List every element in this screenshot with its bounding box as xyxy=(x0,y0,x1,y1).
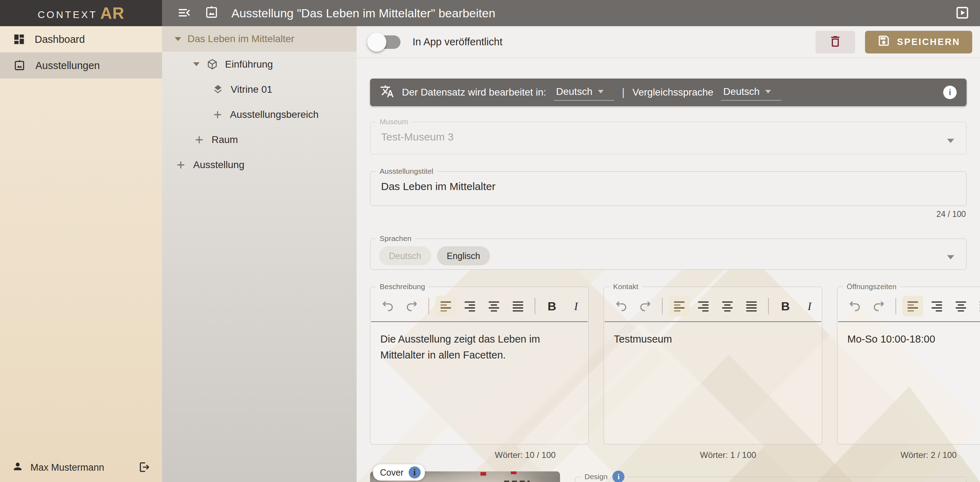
editor-toolbar: B I xyxy=(604,291,822,321)
italic-button[interactable]: I xyxy=(566,296,586,317)
word-counters: Wörter: 10 / 100 Wörter: 1 / 100 Wörter:… xyxy=(370,450,957,460)
sidebar-item-ausstellungen[interactable]: Ausstellungen xyxy=(0,52,162,79)
toggle-thumb xyxy=(367,33,387,52)
align-center-button[interactable] xyxy=(484,296,504,317)
info-icon[interactable]: i xyxy=(409,466,421,479)
compare-language-select[interactable]: Deutsch xyxy=(721,84,781,100)
align-left-button[interactable] xyxy=(669,296,689,317)
published-toggle[interactable] xyxy=(370,35,401,49)
page-title: Ausstellung "Das Leben im Mittelalter" b… xyxy=(231,6,942,20)
cover-label: Cover xyxy=(380,468,404,478)
translate-icon xyxy=(380,84,394,101)
exhibitions-icon xyxy=(13,59,26,72)
tree-item-label: Einführung xyxy=(225,59,273,70)
logo: context AR xyxy=(0,0,162,26)
oeffnungszeiten-editor: Öffnungszeiten B I Mo-So 10:0 xyxy=(837,282,980,444)
align-left-button[interactable] xyxy=(902,296,923,317)
kontakt-text[interactable]: Testmuseum xyxy=(604,322,822,444)
oeffnungszeiten-text[interactable]: Mo-So 10:00-18:00 xyxy=(837,322,980,444)
title-char-counter: 24 / 100 xyxy=(370,210,967,220)
tree-item-add-raum[interactable]: Raum xyxy=(162,127,356,152)
design-label: Design xyxy=(584,472,608,481)
exhibition-title-field[interactable]: Ausstellungstitel Das Leben im Mittelalt… xyxy=(370,167,967,206)
plus-icon xyxy=(175,159,187,171)
tree-item-add-ausstellung[interactable]: Ausstellung xyxy=(162,152,356,177)
align-right-button[interactable] xyxy=(693,296,714,317)
sidebar-item-dashboard[interactable]: Dashboard xyxy=(0,26,162,52)
chevron-down-icon[interactable] xyxy=(193,62,199,66)
museum-value: Test-Museum 3 xyxy=(371,126,966,143)
exhibition-title-value[interactable]: Das Leben im Mittelalter xyxy=(371,175,966,192)
museum-label: Museum xyxy=(380,118,408,126)
save-label: SPEICHERN xyxy=(897,37,960,48)
align-justify-button[interactable] xyxy=(741,296,762,317)
kontakt-word-counter: Wörter: 1 / 100 xyxy=(571,450,756,460)
toolbar-divider xyxy=(428,298,429,314)
align-left-button[interactable] xyxy=(436,296,456,317)
sidebar-item-label: Dashboard xyxy=(35,33,85,45)
bottom-row: Cover i De xyxy=(370,466,967,482)
languages-label: Sprachen xyxy=(380,234,412,242)
preview-button[interactable] xyxy=(955,5,970,22)
editor-toolbar: B I xyxy=(371,291,589,321)
cube-icon xyxy=(206,58,219,71)
info-icon[interactable]: i xyxy=(612,471,624,482)
tree-item-add-ausstellungsbereich[interactable]: Ausstellungsbereich xyxy=(162,102,356,127)
redo-button[interactable] xyxy=(402,296,422,317)
sidebar: Dashboard Ausstellungen Max Mustermann xyxy=(0,26,162,482)
align-justify-button[interactable] xyxy=(508,296,528,317)
undo-button[interactable] xyxy=(845,296,865,317)
tree-item-label: Ausstellung xyxy=(193,159,245,170)
info-icon[interactable]: i xyxy=(943,86,957,99)
redo-button[interactable] xyxy=(635,296,655,317)
language-chip-englisch[interactable]: Englisch xyxy=(437,246,490,266)
user-name: Max Mustermann xyxy=(30,462,131,473)
chevron-down-icon[interactable] xyxy=(947,255,954,259)
redo-button[interactable] xyxy=(869,296,889,317)
plus-icon xyxy=(193,134,205,146)
design-field: Design i xyxy=(575,471,967,482)
beschreibung-editor: Beschreibung B I Die Ausstell xyxy=(370,282,589,444)
layers-icon xyxy=(212,83,224,96)
exhibition-icon xyxy=(204,5,220,22)
bold-button[interactable]: B xyxy=(542,296,562,317)
delete-button[interactable] xyxy=(816,31,855,53)
action-row: In App veröffentlicht SPEICHERN xyxy=(356,26,980,58)
chevron-down-icon[interactable] xyxy=(947,139,954,143)
beschreibung-word-counter: Wörter: 10 / 100 xyxy=(370,450,556,460)
sidebar-item-label: Ausstellungen xyxy=(35,60,100,72)
editor-toolbar: B I xyxy=(837,291,980,321)
oeffnungszeiten-label: Öffnungszeiten xyxy=(846,282,897,291)
menu-collapse-button[interactable] xyxy=(177,5,192,21)
bold-button[interactable]: B xyxy=(775,296,795,317)
align-right-button[interactable] xyxy=(927,296,947,317)
logo-context-text: context xyxy=(38,5,97,21)
cover-label-pill: Cover i xyxy=(373,464,425,480)
toolbar-divider xyxy=(768,298,769,314)
align-center-button[interactable] xyxy=(717,296,738,317)
edit-language-select[interactable]: Deutsch xyxy=(554,84,614,100)
undo-button[interactable] xyxy=(377,296,398,317)
save-button[interactable]: SPEICHERN xyxy=(865,31,972,53)
edit-language-label: Der Datensatz wird bearbeitet in: xyxy=(402,87,546,98)
tree-item-exhibition-root[interactable]: Das Leben im Mittelalter xyxy=(162,26,356,52)
align-right-button[interactable] xyxy=(460,296,480,317)
beschreibung-text[interactable]: Die Ausstellung zeigt das Leben im Mitte… xyxy=(371,322,589,444)
tree-item-vitrine-01[interactable]: Vitrine 01 xyxy=(162,77,356,102)
align-center-button[interactable] xyxy=(951,296,971,317)
languages-field: Sprachen Deutsch Englisch xyxy=(370,234,967,270)
logout-button[interactable] xyxy=(138,461,151,474)
align-justify-button[interactable] xyxy=(975,296,980,317)
undo-button[interactable] xyxy=(611,296,632,317)
tree-item-label: Vitrine 01 xyxy=(231,84,272,95)
logout-icon xyxy=(138,461,151,474)
kontakt-label: Kontakt xyxy=(613,282,638,291)
tree-item-label: Ausstellungsbereich xyxy=(230,109,319,120)
separator: | xyxy=(622,86,625,99)
chevron-down-icon[interactable] xyxy=(175,37,181,41)
toolbar-divider xyxy=(662,298,663,314)
tree-item-einfuehrung[interactable]: Einführung xyxy=(162,52,356,77)
exhibition-tree: Das Leben im Mittelalter Einführung Vitr… xyxy=(162,26,356,482)
italic-button[interactable]: I xyxy=(799,296,820,317)
save-icon xyxy=(877,34,891,50)
